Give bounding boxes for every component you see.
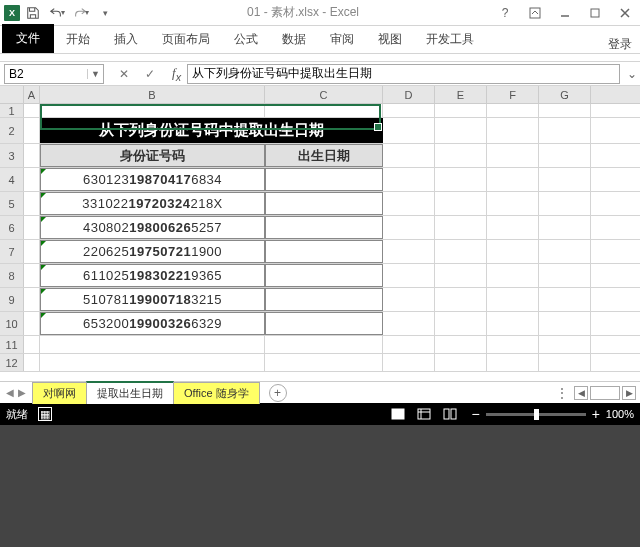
select-all-corner[interactable] — [0, 86, 24, 103]
undo-button[interactable]: ▾ — [46, 2, 68, 24]
dob-cell[interactable] — [265, 312, 383, 335]
row-header[interactable]: 9 — [0, 288, 24, 311]
col-header[interactable]: C — [265, 86, 383, 103]
col-header[interactable]: F — [487, 86, 539, 103]
row-header[interactable]: 10 — [0, 312, 24, 335]
dob-cell[interactable] — [265, 288, 383, 311]
column-headers: A B C D E F G — [0, 86, 640, 104]
ribbon-collapse-button[interactable] — [520, 0, 550, 26]
col-header[interactable]: B — [40, 86, 265, 103]
header-dob-cell[interactable]: 出生日期 — [265, 144, 383, 167]
id-cell[interactable]: 510781199007183215 — [40, 288, 265, 311]
dob-cell[interactable] — [265, 192, 383, 215]
svg-rect-4 — [418, 409, 430, 419]
table-title-cell[interactable]: 从下列身份证号码中提取出生日期 — [40, 118, 383, 143]
zoom-slider[interactable] — [486, 413, 586, 416]
svg-rect-0 — [530, 8, 540, 18]
quick-access-toolbar: X ▾ ▾ ▾ — [0, 2, 116, 24]
dob-cell[interactable] — [265, 168, 383, 191]
dob-cell[interactable] — [265, 216, 383, 239]
save-button[interactable] — [22, 2, 44, 24]
status-bar: 就绪 ▦ − + 100% — [0, 403, 640, 425]
macro-record-icon[interactable]: ▦ — [38, 407, 52, 421]
qat-customize-button[interactable]: ▾ — [94, 2, 116, 24]
title-bar: X ▾ ▾ ▾ 01 - 素材.xlsx - Excel ? — [0, 0, 640, 26]
row-header[interactable]: 8 — [0, 264, 24, 287]
tab-view[interactable]: 视图 — [366, 26, 414, 53]
tab-insert[interactable]: 插入 — [102, 26, 150, 53]
name-box-dropdown[interactable]: ▼ — [87, 69, 103, 79]
id-cell[interactable]: 653200199003266329 — [40, 312, 265, 335]
dob-cell[interactable] — [265, 240, 383, 263]
view-normal-button[interactable] — [387, 406, 409, 422]
id-cell[interactable]: 430802198006265257 — [40, 216, 265, 239]
file-tab[interactable]: 文件 — [2, 24, 54, 53]
formula-expand-button[interactable]: ⌄ — [624, 67, 640, 81]
svg-rect-3 — [392, 409, 404, 419]
formula-bar: ▼ ✕ ✓ fx ⌄ — [0, 62, 640, 86]
maximize-button[interactable] — [580, 0, 610, 26]
tab-developer[interactable]: 开发工具 — [414, 26, 486, 53]
sheet-tab[interactable]: 对啊网 — [32, 382, 87, 404]
row-header[interactable]: 1 — [0, 104, 24, 117]
tab-review[interactable]: 审阅 — [318, 26, 366, 53]
hscroll-left[interactable]: ◀ — [574, 386, 588, 400]
redo-button[interactable]: ▾ — [70, 2, 92, 24]
row-header[interactable]: 3 — [0, 144, 24, 167]
unused-area — [0, 425, 640, 543]
minimize-button[interactable] — [550, 0, 580, 26]
row-header[interactable]: 11 — [0, 336, 24, 353]
hscroll-track[interactable] — [590, 386, 620, 400]
col-header[interactable]: A — [24, 86, 40, 103]
view-pagebreak-button[interactable] — [439, 406, 461, 422]
close-button[interactable] — [610, 0, 640, 26]
zoom-out-button[interactable]: − — [471, 407, 479, 421]
id-cell[interactable]: 611025198302219365 — [40, 264, 265, 287]
row-header[interactable]: 6 — [0, 216, 24, 239]
id-cell[interactable]: 220625197507211900 — [40, 240, 265, 263]
col-header[interactable]: D — [383, 86, 435, 103]
worksheet-grid[interactable]: A B C D E F G 1 2从下列身份证号码中提取出生日期 3身份证号码出… — [0, 86, 640, 381]
row-header[interactable]: 12 — [0, 354, 24, 371]
name-box-input[interactable] — [5, 67, 87, 81]
login-link[interactable]: 登录 — [608, 36, 640, 53]
sheet-tab-bar: ◀ ▶ 对啊网 提取出生日期 Office 随身学 + ⋮ ◀ ▶ — [0, 381, 640, 403]
sheet-nav-prev[interactable]: ◀ — [6, 387, 14, 398]
formula-input[interactable] — [187, 64, 620, 84]
tab-home[interactable]: 开始 — [54, 26, 102, 53]
status-text: 就绪 — [6, 407, 28, 422]
view-pagelayout-button[interactable] — [413, 406, 435, 422]
sheet-nav: ◀ ▶ — [0, 387, 32, 398]
id-cell[interactable]: 33102219720324218X — [40, 192, 265, 215]
sheet-nav-next[interactable]: ▶ — [18, 387, 26, 398]
name-box[interactable]: ▼ — [4, 64, 104, 84]
zoom-level[interactable]: 100% — [606, 408, 634, 420]
tab-formulas[interactable]: 公式 — [222, 26, 270, 53]
row-header[interactable]: 2 — [0, 118, 24, 143]
add-sheet-button[interactable]: + — [269, 384, 287, 402]
col-header[interactable]: E — [435, 86, 487, 103]
fx-icon[interactable]: fx — [172, 65, 181, 83]
row-header[interactable]: 4 — [0, 168, 24, 191]
dob-cell[interactable] — [265, 264, 383, 287]
tab-data[interactable]: 数据 — [270, 26, 318, 53]
sheet-tab-menu[interactable]: ⋮ — [550, 386, 574, 400]
svg-rect-2 — [591, 9, 599, 17]
row-header[interactable]: 5 — [0, 192, 24, 215]
sheet-tab-active[interactable]: 提取出生日期 — [86, 381, 174, 404]
help-button[interactable]: ? — [490, 0, 520, 26]
sheet-tab[interactable]: Office 随身学 — [173, 382, 260, 404]
zoom-in-button[interactable]: + — [592, 407, 600, 421]
header-id-cell[interactable]: 身份证号码 — [40, 144, 265, 167]
hscroll-right[interactable]: ▶ — [622, 386, 636, 400]
col-header[interactable]: G — [539, 86, 591, 103]
enter-formula-button[interactable]: ✓ — [140, 64, 160, 84]
ribbon-tabs: 文件 开始 插入 页面布局 公式 数据 审阅 视图 开发工具 登录 — [0, 26, 640, 54]
tab-pagelayout[interactable]: 页面布局 — [150, 26, 222, 53]
id-cell[interactable]: 630123198704176834 — [40, 168, 265, 191]
row-header[interactable]: 7 — [0, 240, 24, 263]
excel-icon: X — [4, 5, 20, 21]
cancel-formula-button[interactable]: ✕ — [114, 64, 134, 84]
window-controls: ? — [490, 0, 640, 26]
window-title: 01 - 素材.xlsx - Excel — [116, 4, 490, 21]
